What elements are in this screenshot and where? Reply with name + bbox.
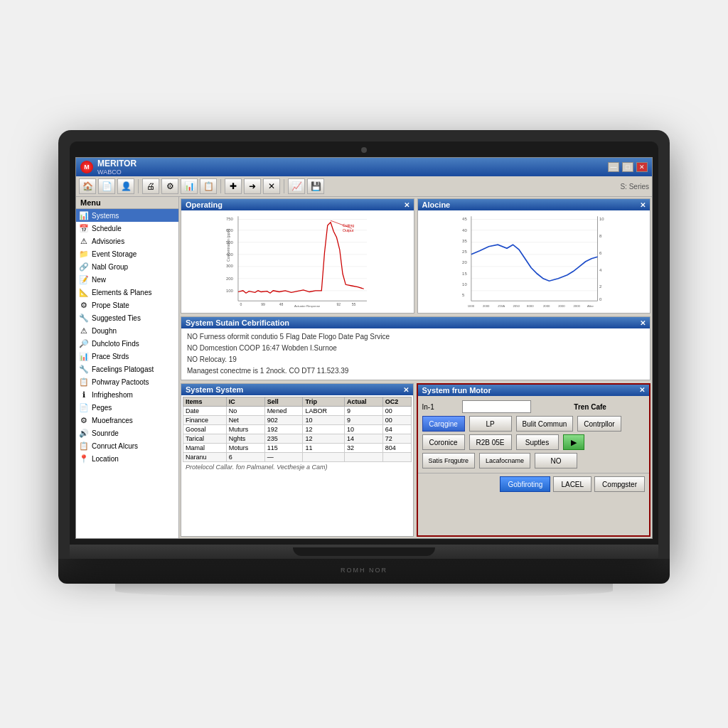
sidebar-item-pohwray[interactable]: 📋 Pohwray Pactoots (76, 375, 178, 388)
doughn-icon: ⚠ (79, 326, 89, 336)
bulit-commun-button[interactable]: Bulit Commun (516, 416, 574, 432)
tb-arrow[interactable]: ➜ (244, 178, 261, 194)
fn-row-1: In-1 Tren Cafe (422, 400, 646, 413)
tb-add[interactable]: ✚ (225, 178, 242, 194)
laptop-reflection (115, 584, 613, 598)
tb-excel[interactable]: 📈 (288, 178, 305, 194)
svg-text:45: 45 (462, 217, 467, 221)
minimize-button[interactable]: — (608, 162, 619, 172)
svg-text:After: After (587, 304, 594, 308)
gobfiroting-button[interactable]: Gobfiroting (500, 476, 550, 492)
tb-print[interactable]: 🖨 (142, 178, 159, 194)
system-table: Items IC Sell Trip Actual OC2 (183, 397, 412, 462)
sidebar-label-muoe: Muoefrances (92, 417, 133, 424)
tb-doc[interactable]: 📄 (98, 178, 115, 194)
operating-close[interactable]: ✕ (404, 201, 410, 209)
tb-chart[interactable]: 📊 (181, 178, 198, 194)
sidebar-item-systems[interactable]: 📊 Systems (76, 209, 178, 222)
fn-field1-label: In-1 (422, 403, 458, 411)
alocine-chart: 45 40 35 25 20 15 10 5 (418, 210, 651, 313)
sidebar-item-schedule[interactable]: 📅 Schedule (76, 222, 178, 235)
close-button[interactable]: ✕ (636, 162, 648, 172)
coronice-button[interactable]: Coronice (422, 434, 465, 450)
status-line-1: NO Furness oformit condutio 5 Flag Date … (187, 331, 644, 343)
svg-text:55: 55 (352, 302, 356, 306)
satis-button[interactable]: Satis Frqgutre (422, 453, 476, 469)
lacafocname-button[interactable]: Lacafocname (479, 453, 530, 469)
green-play-button[interactable]: ▶ (563, 434, 584, 450)
svg-text:Output: Output (343, 228, 354, 232)
lp-button[interactable]: LP (469, 416, 512, 432)
maximize-button[interactable]: □ (622, 162, 633, 172)
sidebar-item-doughn[interactable]: ⚠ Doughn (76, 324, 178, 337)
sidebar-item-elements[interactable]: 📐 Elements & Planes (76, 286, 178, 299)
fn-field1-input[interactable] (462, 400, 532, 413)
no-button[interactable]: NO (535, 453, 577, 469)
operating-chart-svg: 750 600 500 400 300 200 100 (184, 213, 411, 310)
alocine-header: Alocine ✕ (418, 199, 651, 210)
svg-text:0: 0 (599, 297, 602, 301)
sidebar-item-prace[interactable]: 📊 Prace Strds (76, 350, 178, 363)
system-table-container: Items IC Sell Trip Actual OC2 (181, 395, 413, 473)
sidebar-label-duhcloto: Duhcloto Finds (92, 340, 139, 348)
sidebar-item-muoe[interactable]: ⚙ Muoefrances (76, 414, 178, 427)
nabl-group-icon: 🔗 (79, 262, 89, 272)
tb-clipboard[interactable]: 📋 (200, 178, 217, 194)
app-subtitle: WABCO (97, 168, 136, 176)
sidebar-item-prope-state[interactable]: ⚙ Prope State (76, 299, 178, 311)
laptop-brand: ROMH NOR (341, 567, 387, 574)
sidebar-label-nabl-group: Nabl Group (92, 263, 128, 271)
tb-home[interactable]: 🏠 (79, 178, 96, 194)
svg-text:100: 100 (226, 289, 234, 293)
alocine-close[interactable]: ✕ (640, 201, 646, 209)
svg-text:10: 10 (462, 282, 467, 287)
lacel-button[interactable]: LACEL (553, 476, 592, 492)
infrighe-icon: ℹ (79, 390, 89, 400)
peges-icon: 📄 (79, 402, 89, 412)
sidebar-item-infrighe[interactable]: ℹ Infrigheshom (76, 388, 178, 401)
operating-chart: 750 600 500 400 300 200 100 (181, 210, 414, 313)
system-system-close[interactable]: ✕ (403, 386, 409, 394)
fn-btn-row-2: Coronice R2B 05E Suptles ▶ (422, 434, 646, 450)
prace-icon: 📊 (79, 351, 89, 361)
contrpllor-button[interactable]: Contrpllor (577, 416, 621, 432)
sidebar-item-nabl-group[interactable]: 🔗 Nabl Group (76, 260, 178, 273)
svg-text:2000: 2000 (558, 304, 565, 308)
screen-bezel: M MERITOR WABCO — □ ✕ 🏠 (70, 141, 658, 545)
compgster-button[interactable]: Compgster (594, 476, 645, 492)
table-row: TaricalNghts235121472 (183, 434, 412, 444)
sidebar-item-new[interactable]: 📝 New (76, 273, 178, 286)
svg-text:1000: 1000 (467, 304, 474, 308)
system-status-header: System Sutain Cebrification ✕ (181, 317, 650, 328)
tb-settings[interactable]: ⚙ (161, 178, 178, 194)
sidebar-label-conruct: Conruct Alcurs (92, 442, 138, 450)
suptles-button[interactable]: Suptles (516, 434, 559, 450)
sidebar-item-duhcloto[interactable]: 🔎 Duhcloto Finds (76, 337, 178, 350)
tb-delete[interactable]: ✕ (263, 178, 280, 194)
sidebar-item-event-storage[interactable]: 📁 Event Storage (76, 247, 178, 260)
sidebar-item-facelings[interactable]: 🔧 Facelings Platogast (76, 363, 178, 375)
svg-text:8000: 8000 (527, 304, 534, 308)
sidebar-label-systems: Systems (92, 212, 119, 220)
operating-header: Operating ✕ (181, 199, 414, 210)
fn-btn-row-1: Carqgine LP Bulit Commun Contrpllor (422, 416, 646, 432)
sidebar-item-location[interactable]: 📍 Location (76, 452, 178, 465)
sidebar-item-suggested-ties[interactable]: 🔧 Suggested Ties (76, 311, 178, 324)
sidebar-item-conruct[interactable]: 📋 Conruct Alcurs (76, 439, 178, 452)
col-ic: IC (226, 397, 264, 407)
fn-motor-close[interactable]: ✕ (639, 386, 645, 395)
laptop-stand (293, 547, 435, 556)
system-status-close[interactable]: ✕ (640, 319, 646, 327)
r2b-button[interactable]: R2B 05E (469, 434, 512, 450)
tb-save[interactable]: 💾 (307, 178, 324, 194)
carqgine-button[interactable]: Carqgine (422, 416, 465, 432)
sidebar-item-sounrde[interactable]: 🔊 Sounrde (76, 427, 178, 439)
sidebar-item-peges[interactable]: 📄 Peges (76, 401, 178, 414)
new-icon: 📝 (79, 274, 89, 284)
alocine-panel: Alocine ✕ 45 40 35 25 (417, 198, 651, 314)
pohwray-icon: 📋 (79, 377, 89, 387)
tb-user[interactable]: 👤 (117, 178, 134, 194)
svg-text:750: 750 (226, 217, 234, 221)
sidebar-label-prace: Prace Strds (92, 353, 129, 360)
sidebar-item-advisories[interactable]: ⚠ Advisories (76, 235, 178, 247)
